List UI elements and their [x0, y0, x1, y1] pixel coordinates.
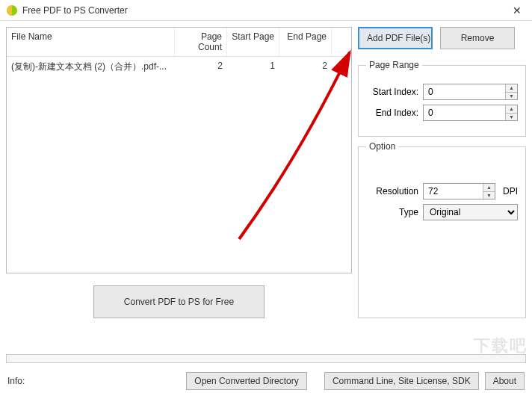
about-button[interactable]: About	[485, 372, 525, 390]
cell-file-name: (复制)-新建文本文档 (2)（合并）.pdf-...	[7, 57, 175, 77]
chevron-up-icon[interactable]: ▲	[506, 105, 517, 114]
start-index-spinner[interactable]: ▲▼	[423, 84, 518, 100]
convert-button[interactable]: Convert PDF to PS for Free	[93, 285, 265, 318]
page-range-group: Page Range Start Index: ▲▼ End Index: ▲▼	[358, 60, 526, 137]
remove-button[interactable]: Remove	[440, 27, 515, 49]
table-header: File Name Page Count Start Page End Page	[7, 28, 351, 57]
col-file-name[interactable]: File Name	[7, 28, 175, 56]
end-index-label: End Index:	[366, 108, 418, 118]
chevron-down-icon[interactable]: ▼	[506, 93, 517, 100]
col-page-count[interactable]: Page Count	[175, 28, 227, 56]
add-pdf-button[interactable]: Add PDF File(s)	[358, 27, 433, 49]
dpi-label: DPI	[503, 186, 518, 196]
info-label: Info:	[7, 376, 25, 386]
start-index-input[interactable]	[424, 84, 505, 99]
option-legend: Option	[366, 141, 398, 152]
chevron-up-icon[interactable]: ▲	[506, 84, 517, 93]
file-table[interactable]: File Name Page Count Start Page End Page…	[6, 27, 352, 273]
page-range-legend: Page Range	[366, 60, 422, 70]
table-row[interactable]: (复制)-新建文本文档 (2)（合并）.pdf-... 2 1 2	[7, 57, 351, 77]
info-bar	[6, 354, 526, 363]
end-index-spinner[interactable]: ▲▼	[423, 105, 518, 121]
type-select[interactable]: Original	[423, 204, 518, 220]
start-index-label: Start Index:	[366, 87, 418, 97]
type-label: Type	[366, 207, 418, 217]
close-icon[interactable]: ✕	[508, 4, 526, 16]
chevron-down-icon[interactable]: ▼	[506, 114, 517, 121]
chevron-down-icon[interactable]: ▼	[483, 192, 495, 199]
resolution-label: Resolution	[366, 186, 418, 196]
cell-end-page: 2	[279, 57, 332, 77]
cell-page-count: 2	[175, 57, 227, 77]
option-group: Option Resolution ▲▼ DPI Type Original	[358, 141, 526, 318]
cell-start-page: 1	[227, 57, 279, 77]
resolution-input[interactable]	[424, 184, 483, 199]
command-line-button[interactable]: Command Line, Site License, SDK	[324, 372, 479, 390]
col-end-page[interactable]: End Page	[279, 28, 332, 56]
col-start-page[interactable]: Start Page	[227, 28, 279, 56]
chevron-up-icon[interactable]: ▲	[483, 184, 495, 192]
end-index-input[interactable]	[424, 105, 505, 120]
window-title: Free PDF to PS Converter	[22, 5, 508, 16]
resolution-spinner[interactable]: ▲▼	[423, 183, 495, 199]
app-icon	[6, 4, 18, 16]
open-directory-button[interactable]: Open Converted Directory	[186, 372, 306, 390]
